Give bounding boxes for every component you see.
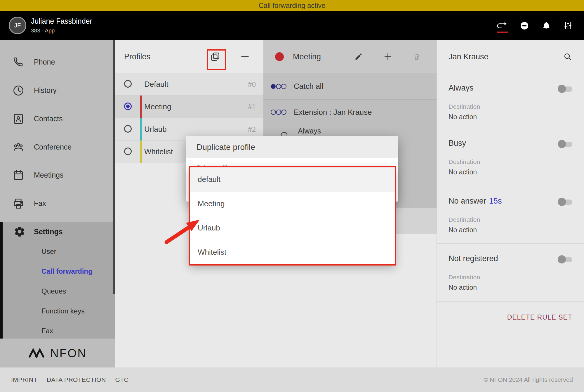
sidebar-item-history[interactable]: History	[0, 76, 115, 105]
calendar-icon	[12, 169, 25, 182]
sidebar-item-fax[interactable]: Fax	[0, 189, 115, 218]
destination-value[interactable]: No action	[449, 284, 572, 292]
dropdown-option-whitelist[interactable]: Whitelist	[190, 240, 395, 264]
sidebar-item-phone[interactable]: Phone	[0, 48, 115, 76]
sidebar-item-label: Conference	[34, 143, 72, 151]
sidebar-item-label: Settings	[34, 228, 63, 236]
data-protection-link[interactable]: DATA PROTECTION	[47, 376, 106, 383]
dialog-title: Duplicate profile	[197, 136, 255, 158]
sidebar-item-conference[interactable]: Conference	[0, 133, 115, 161]
destination-label: Destination	[449, 216, 572, 223]
profile-dropdown-list: default Meeting Urlaub Whitelist	[190, 167, 395, 264]
sidebar-item-call-forwarding[interactable]: Call forwarding	[0, 261, 115, 281]
edit-profile-button[interactable]	[354, 52, 363, 61]
delete-rule-button[interactable]	[412, 52, 421, 61]
sidebar-item-queues[interactable]: Queues	[0, 281, 115, 301]
profile-accent-bar	[140, 73, 142, 96]
pencil-icon	[354, 53, 363, 61]
catch-all-icon	[270, 83, 287, 90]
notifications-button[interactable]	[539, 19, 553, 33]
avatar[interactable]: JF	[9, 17, 26, 34]
settings-section: Settings User Call forwarding Queues Fun…	[0, 222, 115, 339]
radio-urlaub[interactable]	[124, 125, 132, 133]
no-answer-toggle[interactable]	[559, 200, 572, 205]
sidebar-item-settings-fax[interactable]: Fax	[0, 321, 115, 341]
sidebar-item-label: History	[34, 86, 57, 95]
radio-meeting[interactable]	[124, 103, 132, 110]
rule-section-busy: Busy Destination No action	[437, 128, 584, 186]
gtc-link[interactable]: GTC	[115, 376, 129, 383]
add-profile-button[interactable]	[239, 50, 251, 63]
rule-name: Busy	[449, 139, 466, 148]
user-extension: 383 - App	[31, 27, 55, 34]
plus-icon	[383, 52, 392, 61]
search-icon	[563, 52, 572, 61]
profile-number: #0	[248, 73, 256, 96]
radio-default[interactable]	[124, 80, 132, 88]
sidebar-item-contacts[interactable]: Contacts	[0, 105, 115, 133]
duplicate-profile-button[interactable]	[209, 50, 222, 63]
dialog-header: Duplicate profile	[186, 136, 398, 158]
profile-name: Urlaub	[144, 118, 167, 141]
app-window: Call forwarding active JF Juliane Fassbi…	[0, 0, 584, 392]
clock-icon	[12, 84, 25, 97]
sidebar-item-function-keys[interactable]: Function keys	[0, 301, 115, 321]
destination-value[interactable]: No action	[449, 168, 572, 176]
phone-icon	[12, 55, 25, 69]
busy-toggle[interactable]	[559, 142, 572, 147]
extension-icon	[270, 108, 287, 116]
dropdown-option-default[interactable]: default	[190, 167, 395, 192]
catch-all-label: Catch all	[294, 73, 323, 100]
rules-title: Jan Krause	[449, 40, 489, 73]
destination-value[interactable]: No action	[449, 113, 572, 121]
bell-icon	[542, 21, 551, 30]
radio-whitelist[interactable]	[124, 148, 132, 155]
profile-row-meeting[interactable]: Meeting #1	[115, 96, 263, 118]
add-rule-button[interactable]	[383, 52, 392, 61]
footer-links: IMPRINT DATA PROTECTION GTC	[11, 376, 128, 383]
audio-settings-button[interactable]	[561, 19, 575, 33]
always-toggle[interactable]	[559, 86, 572, 92]
sidebar-item-settings[interactable]: Settings	[0, 222, 115, 242]
rule-section-not-registered: Not registered Destination No action	[437, 244, 584, 302]
imprint-link[interactable]: IMPRINT	[11, 376, 37, 383]
conference-icon	[12, 141, 25, 154]
contact-card-icon	[12, 112, 25, 126]
sidebar-item-user[interactable]: User	[0, 242, 115, 261]
nfon-logo-icon	[28, 347, 46, 359]
dropdown-option-urlaub[interactable]: Urlaub	[190, 216, 395, 240]
rule-section-no-answer: No answer15s Destination No action	[437, 186, 584, 244]
profile-detail-header: Meeting	[263, 40, 437, 73]
do-not-disturb-button[interactable]	[517, 19, 531, 33]
banner-text: Call forwarding active	[258, 1, 325, 10]
duplicate-icon	[210, 51, 221, 62]
profile-detail-title: Meeting	[293, 40, 321, 73]
profile-name: Whitelist	[144, 141, 173, 163]
dropdown-option-meeting[interactable]: Meeting	[190, 192, 395, 216]
header-divider	[117, 16, 117, 35]
rule-name: Not registered	[449, 254, 498, 263]
copyright: © NFON 2024 All rights reserved	[484, 376, 573, 383]
sidebar-item-meetings[interactable]: Meetings	[0, 161, 115, 189]
profile-row-default[interactable]: Default #0	[115, 73, 263, 96]
search-button[interactable]	[563, 52, 572, 61]
destination-label: Destination	[449, 158, 572, 165]
top-bar: JF Juliane Fassbinder 383 - App	[0, 11, 584, 40]
profile-name: Default	[144, 73, 168, 96]
profiles-header: Profiles	[115, 40, 263, 73]
user-name: Juliane Fassbinder	[31, 17, 92, 25]
rule-name: No answer	[449, 197, 486, 205]
sidebar: Phone History Contacts	[0, 40, 115, 367]
profile-number: #1	[248, 96, 256, 118]
footer: IMPRINT DATA PROTECTION GTC © NFON 2024 …	[0, 367, 584, 392]
rule-section-always: Always Destination No action	[437, 73, 584, 128]
call-forwarding-button[interactable]	[495, 19, 509, 33]
sidebar-scrollbar[interactable]	[113, 40, 115, 294]
delete-rule-set-button[interactable]: DELETE RULE SET	[507, 313, 572, 321]
nfon-logo-text: NFON	[50, 347, 87, 360]
catch-all-row[interactable]: Catch all	[263, 73, 437, 100]
not-registered-toggle[interactable]	[559, 257, 572, 262]
delete-rule-set-section: DELETE RULE SET	[437, 302, 584, 337]
rule-suffix[interactable]: 15s	[489, 197, 502, 205]
destination-value[interactable]: No action	[449, 226, 572, 234]
